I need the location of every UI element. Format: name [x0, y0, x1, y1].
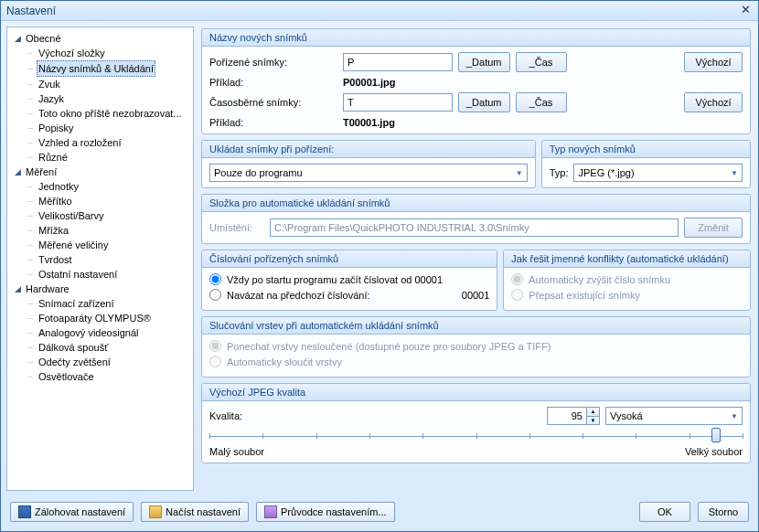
tree-item-osvetlovace[interactable]: Osvětlovače — [37, 369, 96, 384]
tree-item-meritko[interactable]: Měřítko — [37, 194, 74, 208]
captured-example: P00001.jpg — [343, 77, 395, 88]
window-title: Nastavení — [6, 5, 738, 17]
captured-prefix-input[interactable] — [343, 53, 453, 71]
slider-thumb[interactable] — [711, 428, 721, 442]
tree-item-snimaci[interactable]: Snímací zařízení — [37, 296, 116, 311]
group-image-type: Typ nových snímků Typ: JPEG (*.jpg) ▼ — [541, 140, 751, 188]
tree-item-ruzne[interactable]: Různé — [37, 150, 69, 165]
numbering-continue-value: 00001 — [462, 290, 490, 301]
group-jpeg-quality: Výchozí JPEG kvalita Kvalita: ▲▼ Vysoká … — [201, 383, 751, 463]
captured-label: Pořízené snímky: — [209, 57, 337, 68]
collapse-icon[interactable]: ◢ — [13, 31, 22, 46]
default-button[interactable]: Výchozí — [684, 92, 743, 112]
group-save-on-capture: Ukládat snímky při pořízení: Pouze do pr… — [201, 140, 536, 188]
tree-item-ostatni[interactable]: Ostatní nastavení — [37, 267, 119, 282]
spin-down-icon[interactable]: ▼ — [587, 416, 600, 426]
tree-item-popisky[interactable]: Popisky — [37, 121, 76, 135]
merge-keep-radio — [209, 340, 221, 352]
default-button[interactable]: Výchozí — [684, 52, 743, 72]
timelapse-prefix-input[interactable] — [343, 93, 453, 112]
conflict-increment-radio — [511, 273, 523, 285]
load-settings-button[interactable]: Načíst nastavení — [141, 502, 249, 522]
tree-item-fotoaparaty[interactable]: Fotoaparáty OLYMPUS® — [37, 311, 153, 325]
tree-item-velikosti[interactable]: Velikosti/Barvy — [37, 208, 106, 223]
titlebar: Nastavení ✕ — [1, 1, 758, 21]
time-button[interactable]: _Čas — [516, 92, 567, 112]
location-input — [270, 218, 679, 237]
slider-max-label: Velký soubor — [685, 446, 743, 457]
folder-open-icon — [149, 505, 162, 518]
tree-item-tvrdost[interactable]: Tvrdost — [37, 252, 74, 267]
quality-slider[interactable]: Malý soubor Velký soubor — [209, 430, 743, 457]
timelapse-label: Časosběrné snímky: — [209, 97, 337, 108]
group-image-names: Názvy nových snímků Pořízené snímky: _Da… — [201, 28, 751, 134]
numbering-continue-radio[interactable] — [209, 289, 221, 301]
spin-up-icon[interactable]: ▲ — [587, 407, 600, 416]
chevron-down-icon: ▼ — [512, 169, 523, 177]
tree-item-nazvy-snimku[interactable]: Názvy snímků & Ukládání — [37, 60, 155, 77]
change-folder-button: Změnit — [684, 218, 743, 238]
wand-icon — [264, 505, 277, 518]
category-tree[interactable]: ◢Obecné --Výchozí složky --Názvy snímků … — [6, 27, 194, 491]
quality-preset-select[interactable]: Vysoká ▼ — [605, 407, 743, 425]
location-label: Umístění: — [209, 222, 264, 233]
time-button[interactable]: _Čas — [516, 52, 567, 72]
quality-label: Kvalita: — [209, 410, 264, 421]
slider-min-label: Malý soubor — [209, 446, 264, 457]
chevron-down-icon: ▼ — [727, 169, 738, 177]
tree-item-jazyk[interactable]: Jazyk — [37, 91, 66, 106]
tree-item-vzhled[interactable]: Vzhled a rozložení — [37, 135, 123, 150]
tree-node-hardware: ◢Hardware --Snímací zařízení --Fotoapará… — [11, 282, 191, 384]
group-merge-layers: Slučování vrstev při automatickém ukládá… — [201, 316, 751, 378]
tree-item-dalkova[interactable]: Dálková spoušť — [37, 340, 110, 355]
settings-content: Názvy nových snímků Pořízené snímky: _Da… — [199, 27, 753, 491]
settings-window: Nastavení ✕ ◢Obecné --Výchozí složky --N… — [0, 0, 759, 532]
tree-item-jednotky[interactable]: Jednotky — [37, 179, 80, 194]
timelapse-example: T00001.jpg — [343, 117, 395, 128]
tree-item-toto-okno[interactable]: Toto okno příště nezobrazovat... — [37, 106, 184, 121]
group-conflicts: Jak řešit jmenné konflikty (automatické … — [503, 250, 751, 311]
tree-item-merene-veliciny[interactable]: Měřené veličiny — [37, 238, 110, 252]
group-header: Názvy nových snímků — [202, 29, 750, 47]
date-button[interactable]: _Datum — [458, 92, 510, 112]
merge-auto-radio — [209, 356, 221, 367]
ok-button[interactable]: OK — [639, 502, 690, 522]
quality-spinner[interactable]: ▲▼ — [547, 407, 600, 425]
save-icon — [18, 505, 31, 518]
tree-node-mereni: ◢Měření --Jednotky --Měřítko --Velikosti… — [11, 165, 191, 282]
chevron-down-icon: ▼ — [727, 412, 738, 420]
tree-item-vychozi-slozky[interactable]: Výchozí složky — [37, 46, 107, 60]
tree-item-odecty[interactable]: Odečty zvětšení — [37, 355, 112, 369]
collapse-icon[interactable]: ◢ — [13, 165, 22, 179]
group-numbering: Číslování pořízených snímků Vždy po star… — [201, 250, 497, 311]
numbering-restart-radio[interactable] — [209, 273, 221, 285]
tree-item-mrizka[interactable]: Mřížka — [37, 223, 70, 238]
image-type-select[interactable]: JPEG (*.jpg) ▼ — [573, 164, 743, 182]
collapse-icon[interactable]: ◢ — [13, 282, 22, 296]
group-auto-folder: Složka pro automatické ukládání snímků U… — [201, 194, 751, 244]
close-icon[interactable]: ✕ — [738, 4, 753, 18]
dialog-footer: Zálohovat nastavení Načíst nastavení Prů… — [1, 496, 758, 531]
example-label: Příklad: — [209, 77, 337, 88]
conflict-overwrite-radio — [511, 289, 523, 301]
date-button[interactable]: _Datum — [458, 52, 510, 72]
cancel-button[interactable]: Storno — [698, 502, 749, 522]
example-label: Příklad: — [209, 117, 337, 128]
tree-item-zvuk[interactable]: Zvuk — [37, 77, 62, 91]
save-on-capture-select[interactable]: Pouze do programu ▼ — [209, 164, 528, 182]
wizard-button[interactable]: Průvodce nastavením... — [256, 502, 395, 522]
tree-node-obecne: ◢Obecné --Výchozí složky --Názvy snímků … — [11, 31, 191, 165]
backup-settings-button[interactable]: Zálohovat nastavení — [10, 502, 134, 522]
tree-item-analogovy[interactable]: Analogový videosignál — [37, 325, 140, 340]
